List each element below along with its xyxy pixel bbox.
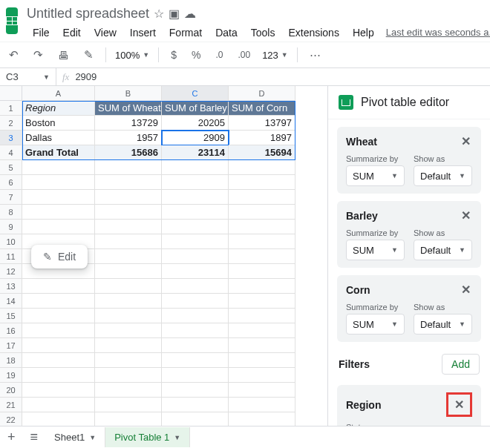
cloud-icon[interactable]: ☁ <box>184 7 196 21</box>
add-sheet-button[interactable]: + <box>0 429 23 445</box>
table-cell[interactable]: 13729 <box>95 116 162 131</box>
row-header[interactable]: 3 <box>0 131 22 145</box>
empty-cell[interactable] <box>162 309 229 323</box>
currency-icon[interactable]: $ <box>168 47 180 62</box>
empty-cell[interactable] <box>162 205 229 220</box>
table-cell[interactable]: Dallas <box>22 131 95 145</box>
empty-cell[interactable] <box>229 264 295 279</box>
move-icon[interactable]: ▣ <box>169 7 180 21</box>
empty-cell[interactable] <box>95 412 162 427</box>
empty-cell[interactable] <box>162 279 229 294</box>
empty-cell[interactable] <box>95 294 162 309</box>
menu-file[interactable]: File <box>27 24 56 42</box>
row-header[interactable]: 6 <box>0 175 22 190</box>
percent-icon[interactable]: % <box>189 47 203 62</box>
menu-data[interactable]: Data <box>209 24 244 42</box>
empty-cell[interactable] <box>95 190 162 205</box>
empty-cell[interactable] <box>95 234 162 249</box>
tab-pivot-table-1[interactable]: Pivot Table 1▼ <box>105 427 190 447</box>
empty-cell[interactable] <box>22 412 95 427</box>
star-icon[interactable]: ☆ <box>154 7 164 21</box>
empty-cell[interactable] <box>229 353 295 368</box>
empty-cell[interactable] <box>95 279 162 294</box>
empty-cell[interactable] <box>229 412 295 427</box>
row-header[interactable]: 18 <box>0 353 22 368</box>
empty-cell[interactable] <box>22 323 95 338</box>
empty-cell[interactable] <box>162 234 229 249</box>
row-header[interactable]: 12 <box>0 264 22 279</box>
row-header[interactable]: 14 <box>0 294 22 309</box>
empty-cell[interactable] <box>229 234 295 249</box>
empty-cell[interactable] <box>95 323 162 338</box>
menu-insert[interactable]: Insert <box>124 24 162 42</box>
number-format-select[interactable]: 123▼ <box>262 50 288 61</box>
col-header-b[interactable]: B <box>95 86 162 101</box>
undo-icon[interactable]: ↶ <box>6 47 22 63</box>
redo-icon[interactable]: ↷ <box>30 47 46 63</box>
empty-cell[interactable] <box>95 220 162 234</box>
remove-value-button[interactable]: ✕ <box>460 134 472 148</box>
menu-format[interactable]: Format <box>163 24 208 42</box>
grand-total-cell[interactable]: 23114 <box>162 145 229 160</box>
tab-sheet1[interactable]: Sheet1▼ <box>45 427 105 447</box>
empty-cell[interactable] <box>229 279 295 294</box>
row-header[interactable]: 7 <box>0 190 22 205</box>
row-header[interactable]: 10 <box>0 234 22 249</box>
row-header[interactable]: 5 <box>0 160 22 175</box>
increase-decimal-icon[interactable]: .00 <box>235 48 253 62</box>
empty-cell[interactable] <box>22 279 95 294</box>
more-icon[interactable]: ⋯ <box>307 47 324 63</box>
summarize-select[interactable]: SUM▼ <box>346 240 405 260</box>
empty-cell[interactable] <box>95 353 162 368</box>
pivot-region-label[interactable]: Region <box>22 101 95 116</box>
row-header[interactable]: 9 <box>0 220 22 234</box>
empty-cell[interactable] <box>229 383 295 398</box>
empty-cell[interactable] <box>229 205 295 220</box>
empty-cell[interactable] <box>162 294 229 309</box>
menu-extensions[interactable]: Extensions <box>282 24 344 42</box>
table-cell[interactable]: Boston <box>22 116 95 131</box>
empty-cell[interactable] <box>229 323 295 338</box>
empty-cell[interactable] <box>22 368 95 383</box>
zoom-select[interactable]: 100%▼ <box>115 50 149 61</box>
empty-cell[interactable] <box>162 264 229 279</box>
empty-cell[interactable] <box>95 338 162 353</box>
row-header[interactable]: 2 <box>0 116 22 131</box>
empty-cell[interactable] <box>95 309 162 323</box>
empty-cell[interactable] <box>162 249 229 264</box>
empty-cell[interactable] <box>162 220 229 234</box>
select-all-corner[interactable] <box>0 86 22 101</box>
remove-value-button[interactable]: ✕ <box>460 283 472 297</box>
sheets-logo[interactable] <box>6 7 18 34</box>
remove-filter-button[interactable]: ✕ <box>446 392 472 417</box>
menu-tools[interactable]: Tools <box>245 24 281 42</box>
empty-cell[interactable] <box>229 309 295 323</box>
empty-cell[interactable] <box>229 175 295 190</box>
empty-cell[interactable] <box>95 205 162 220</box>
empty-cell[interactable] <box>22 220 95 234</box>
empty-cell[interactable] <box>95 264 162 279</box>
row-header[interactable]: 11 <box>0 249 22 264</box>
empty-cell[interactable] <box>229 368 295 383</box>
col-header-a[interactable]: A <box>22 86 95 101</box>
empty-cell[interactable] <box>229 220 295 234</box>
empty-cell[interactable] <box>162 175 229 190</box>
row-header[interactable]: 1 <box>0 101 22 116</box>
empty-cell[interactable] <box>22 190 95 205</box>
pivot-col-header[interactable]: SUM of Barley <box>162 101 229 116</box>
menu-edit[interactable]: Edit <box>57 24 87 42</box>
empty-cell[interactable] <box>95 249 162 264</box>
paint-format-icon[interactable]: ✎ <box>81 47 97 63</box>
col-header-c[interactable]: C <box>162 86 229 101</box>
empty-cell[interactable] <box>162 323 229 338</box>
empty-cell[interactable] <box>22 383 95 398</box>
row-header[interactable]: 22 <box>0 412 22 427</box>
row-header[interactable]: 17 <box>0 338 22 353</box>
empty-cell[interactable] <box>22 175 95 190</box>
row-header[interactable]: 15 <box>0 309 22 323</box>
menu-view[interactable]: View <box>88 24 122 42</box>
empty-cell[interactable] <box>229 249 295 264</box>
showas-select[interactable]: Default▼ <box>414 314 472 335</box>
doc-title[interactable]: Untitled spreadsheet <box>27 6 149 22</box>
empty-cell[interactable] <box>162 383 229 398</box>
